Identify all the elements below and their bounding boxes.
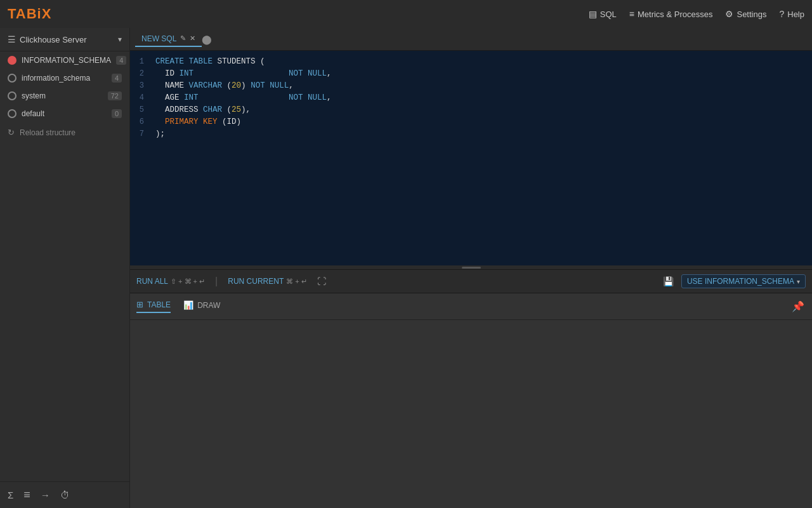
help-nav[interactable]: ? Help xyxy=(779,9,804,19)
results-content xyxy=(130,320,812,508)
sql-nav[interactable]: ▤ SQL xyxy=(589,9,617,19)
settings-nav[interactable]: ⚙ Settings xyxy=(725,9,766,19)
run-current-button[interactable]: RUN CURRENT ⌘ + ↵ xyxy=(228,277,307,286)
metrics-nav[interactable]: ≡ Metrics & Processes xyxy=(629,9,713,19)
server-name: Clickhouse Server xyxy=(20,35,114,44)
chevron-down-icon: ▾ xyxy=(797,278,800,285)
line-num-5: 5 xyxy=(140,104,147,116)
line-numbers: 1 2 3 4 5 6 7 xyxy=(130,51,149,265)
content-area: NEW SQL ✎ ✕ ⬤ 1 2 3 4 5 6 7 CREATE TABLE… xyxy=(130,28,812,508)
help-label: Help xyxy=(787,10,804,19)
sidebar-header[interactable]: ☰ Clickhouse Server ▾ xyxy=(0,28,129,51)
sidebar-bottom: Σ ≡ → ⏱ xyxy=(0,481,129,508)
reload-structure-item[interactable]: ↻ Reload structure xyxy=(0,123,129,142)
sql-icon: ▤ xyxy=(589,9,597,19)
line-num-1: 1 xyxy=(140,56,147,68)
db-name: default xyxy=(22,109,107,118)
reload-icon: ↻ xyxy=(8,128,15,137)
table-tab-label: TABLE xyxy=(147,300,171,309)
results-tabs: ⊞ TABLE 📊 DRAW 📌 xyxy=(130,293,812,320)
app-logo: TABiX xyxy=(8,6,51,22)
close-icon[interactable]: ✕ xyxy=(190,34,195,43)
hamburger-icon: ☰ xyxy=(8,34,16,44)
metrics-icon: ≡ xyxy=(629,9,634,19)
fullscreen-icon[interactable]: ⛶ xyxy=(317,276,326,286)
db-icon-gray xyxy=(8,74,16,83)
db-name: information_schema xyxy=(22,74,107,83)
db-icon-gray xyxy=(8,109,16,118)
results-area: ⊞ TABLE 📊 DRAW 📌 xyxy=(130,293,812,508)
db-icon-red xyxy=(8,56,16,65)
db-name: INFORMATION_SCHEMA xyxy=(22,56,111,65)
run-current-label: RUN CURRENT xyxy=(228,277,284,286)
run-current-keys: ⌘ + ↵ xyxy=(286,277,307,286)
line-num-4: 4 xyxy=(140,92,147,104)
tab-draw[interactable]: 📊 DRAW xyxy=(183,300,220,312)
db-icon-gray xyxy=(8,91,16,100)
line-num-7: 7 xyxy=(140,128,147,140)
arrow-right-icon[interactable]: → xyxy=(41,490,50,500)
table-icon: ⊞ xyxy=(136,300,143,309)
code-editor[interactable]: CREATE TABLE STUDENTS ( ID INT NOT NULL,… xyxy=(149,51,812,265)
line-num-6: 6 xyxy=(140,116,147,128)
divider-dots xyxy=(462,267,481,269)
lines-icon[interactable]: ≡ xyxy=(23,488,30,502)
db-item-default[interactable]: default 0 xyxy=(0,105,129,123)
editor-area: 1 2 3 4 5 6 7 CREATE TABLE STUDENTS ( ID… xyxy=(130,51,812,265)
loading-indicator: ⬤ xyxy=(202,34,212,44)
line-num-3: 3 xyxy=(140,80,147,92)
draw-tab-label: DRAW xyxy=(197,301,220,310)
db-selector[interactable]: USE INFORMATION_SCHEMA ▾ xyxy=(681,274,806,288)
db-item-information-schema-lower[interactable]: information_schema 4 xyxy=(0,69,129,87)
db-count: 0 xyxy=(112,109,122,118)
edit-icon[interactable]: ✎ xyxy=(180,34,186,43)
save-icon[interactable]: 💾 xyxy=(663,276,674,286)
tab-new-sql[interactable]: NEW SQL ✎ ✕ xyxy=(135,32,202,47)
db-count: 4 xyxy=(112,74,122,83)
chart-icon: 📊 xyxy=(183,300,193,310)
tabbar: NEW SQL ✎ ✕ ⬤ xyxy=(130,28,812,51)
pin-icon[interactable]: 📌 xyxy=(792,300,804,312)
db-item-system[interactable]: system 72 xyxy=(0,87,129,105)
run-bar: RUN ALL ⇧ + ⌘ + ↵ | RUN CURRENT ⌘ + ↵ ⛶ … xyxy=(130,269,812,293)
db-name: system xyxy=(22,91,103,100)
topbar: TABiX ▤ SQL ≡ Metrics & Processes ⚙ Sett… xyxy=(0,0,812,28)
run-all-label: RUN ALL xyxy=(136,277,168,286)
chevron-down-icon: ▾ xyxy=(118,35,122,44)
line-num-2: 2 xyxy=(140,68,147,80)
settings-label: Settings xyxy=(737,10,766,19)
help-icon: ? xyxy=(779,9,784,19)
db-item-information-schema-upper[interactable]: INFORMATION_SCHEMA 4 xyxy=(0,51,129,69)
metrics-label: Metrics & Processes xyxy=(638,10,712,19)
db-count: 72 xyxy=(108,91,122,100)
history-icon[interactable]: ⏱ xyxy=(60,490,70,500)
main-layout: ☰ Clickhouse Server ▾ INFORMATION_SCHEMA… xyxy=(0,28,812,508)
reload-label: Reload structure xyxy=(20,128,75,137)
db-count: 4 xyxy=(116,56,126,65)
sidebar: ☰ Clickhouse Server ▾ INFORMATION_SCHEMA… xyxy=(0,28,130,508)
db-selector-text: USE INFORMATION_SCHEMA xyxy=(687,277,794,286)
run-all-button[interactable]: RUN ALL ⇧ + ⌘ + ↵ xyxy=(136,277,205,286)
separator: | xyxy=(215,276,218,287)
run-all-keys: ⇧ + ⌘ + ↵ xyxy=(171,277,205,286)
sigma-icon[interactable]: Σ xyxy=(8,490,13,500)
gear-icon: ⚙ xyxy=(725,9,733,19)
sql-label: SQL xyxy=(600,10,617,19)
tab-label: NEW SQL xyxy=(141,34,176,43)
tab-table[interactable]: ⊞ TABLE xyxy=(136,300,171,313)
